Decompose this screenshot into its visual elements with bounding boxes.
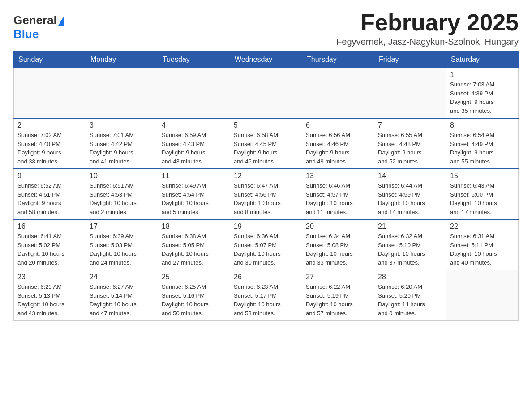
calendar-header-monday: Monday [86,52,158,68]
day-info: Sunrise: 6:43 AM Sunset: 5:00 PM Dayligh… [450,181,515,216]
day-number: 2 [17,121,82,129]
day-number: 22 [450,223,515,231]
calendar-header-friday: Friday [374,52,446,68]
calendar-header-tuesday: Tuesday [158,52,230,68]
day-number: 27 [306,273,370,281]
day-number: 17 [90,223,154,231]
day-cell: 6Sunrise: 6:56 AM Sunset: 4:46 PM Daylig… [302,118,374,169]
day-info: Sunrise: 6:38 AM Sunset: 5:05 PM Dayligh… [162,232,226,267]
day-cell: 18Sunrise: 6:38 AM Sunset: 5:05 PM Dayli… [158,219,230,270]
day-cell: 1Sunrise: 7:03 AM Sunset: 4:39 PM Daylig… [446,68,519,118]
week-row-4: 16Sunrise: 6:41 AM Sunset: 5:02 PM Dayli… [14,219,519,270]
day-info: Sunrise: 6:44 AM Sunset: 4:59 PM Dayligh… [378,181,442,216]
day-info: Sunrise: 6:22 AM Sunset: 5:19 PM Dayligh… [306,283,370,317]
day-cell: 3Sunrise: 7:01 AM Sunset: 4:42 PM Daylig… [86,118,158,169]
day-info: Sunrise: 6:41 AM Sunset: 5:02 PM Dayligh… [17,232,82,267]
week-row-2: 2Sunrise: 7:02 AM Sunset: 4:40 PM Daylig… [14,118,519,169]
day-cell: 24Sunrise: 6:27 AM Sunset: 5:14 PM Dayli… [86,270,158,321]
logo-blue-text: Blue [13,27,39,41]
day-cell [446,270,519,321]
day-info: Sunrise: 6:52 AM Sunset: 4:51 PM Dayligh… [17,181,82,216]
week-row-5: 23Sunrise: 6:29 AM Sunset: 5:13 PM Dayli… [14,270,519,321]
day-number: 15 [450,172,515,180]
logo-blue-label: Blue [13,27,39,41]
day-number: 1 [450,71,515,79]
day-cell: 27Sunrise: 6:22 AM Sunset: 5:19 PM Dayli… [302,270,374,321]
day-info: Sunrise: 6:25 AM Sunset: 5:16 PM Dayligh… [162,283,226,317]
day-number: 6 [306,121,370,129]
day-cell: 15Sunrise: 6:43 AM Sunset: 5:00 PM Dayli… [446,169,519,219]
day-number: 18 [162,223,226,231]
day-info: Sunrise: 6:23 AM Sunset: 5:17 PM Dayligh… [234,283,298,317]
day-number: 28 [378,273,442,281]
day-info: Sunrise: 6:47 AM Sunset: 4:56 PM Dayligh… [234,181,298,216]
day-cell: 19Sunrise: 6:36 AM Sunset: 5:07 PM Dayli… [230,219,302,270]
day-cell: 23Sunrise: 6:29 AM Sunset: 5:13 PM Dayli… [14,270,86,321]
day-info: Sunrise: 6:32 AM Sunset: 5:10 PM Dayligh… [378,232,442,267]
day-cell [302,68,374,118]
day-cell: 7Sunrise: 6:55 AM Sunset: 4:48 PM Daylig… [374,118,446,169]
day-number: 21 [378,223,442,231]
day-number: 12 [234,172,298,180]
day-cell: 4Sunrise: 6:59 AM Sunset: 4:43 PM Daylig… [158,118,230,169]
page-header: General Blue February 2025 Fegyvernek, J… [13,9,519,47]
day-cell [374,68,446,118]
day-cell: 2Sunrise: 7:02 AM Sunset: 4:40 PM Daylig… [14,118,86,169]
day-number: 9 [17,172,82,180]
day-cell [14,68,86,118]
logo-general-label: General [13,13,57,27]
day-number: 20 [306,223,370,231]
calendar-header-saturday: Saturday [446,52,519,68]
day-number: 4 [162,121,226,129]
day-cell: 28Sunrise: 6:20 AM Sunset: 5:20 PM Dayli… [374,270,446,321]
day-number: 10 [90,172,154,180]
calendar-header-row: SundayMondayTuesdayWednesdayThursdayFrid… [14,52,519,68]
day-number: 25 [162,273,226,281]
day-cell: 14Sunrise: 6:44 AM Sunset: 4:59 PM Dayli… [374,169,446,219]
day-cell: 16Sunrise: 6:41 AM Sunset: 5:02 PM Dayli… [14,219,86,270]
calendar-table: SundayMondayTuesdayWednesdayThursdayFrid… [13,51,519,321]
day-cell: 13Sunrise: 6:46 AM Sunset: 4:57 PM Dayli… [302,169,374,219]
day-cell: 17Sunrise: 6:39 AM Sunset: 5:03 PM Dayli… [86,219,158,270]
day-number: 16 [17,223,82,231]
calendar-subtitle: Fegyvernek, Jasz-Nagykun-Szolnok, Hungar… [336,37,519,47]
day-number: 3 [90,121,154,129]
day-info: Sunrise: 6:36 AM Sunset: 5:07 PM Dayligh… [234,232,298,267]
day-number: 7 [378,121,442,129]
day-cell: 10Sunrise: 6:51 AM Sunset: 4:53 PM Dayli… [86,169,158,219]
day-number: 19 [234,223,298,231]
day-number: 14 [378,172,442,180]
day-cell [230,68,302,118]
day-info: Sunrise: 7:03 AM Sunset: 4:39 PM Dayligh… [450,80,515,115]
calendar-header-sunday: Sunday [14,52,86,68]
week-row-1: 1Sunrise: 7:03 AM Sunset: 4:39 PM Daylig… [14,68,519,118]
day-info: Sunrise: 6:58 AM Sunset: 4:45 PM Dayligh… [234,131,298,166]
title-area: February 2025 Fegyvernek, Jasz-Nagykun-S… [336,9,519,47]
day-cell: 20Sunrise: 6:34 AM Sunset: 5:08 PM Dayli… [302,219,374,270]
logo-general-text: General [13,13,64,27]
day-cell: 8Sunrise: 6:54 AM Sunset: 4:49 PM Daylig… [446,118,519,169]
day-info: Sunrise: 6:39 AM Sunset: 5:03 PM Dayligh… [90,232,154,267]
day-info: Sunrise: 6:49 AM Sunset: 4:54 PM Dayligh… [162,181,226,216]
day-info: Sunrise: 6:20 AM Sunset: 5:20 PM Dayligh… [378,283,442,317]
day-number: 8 [450,121,515,129]
day-number: 24 [90,273,154,281]
day-cell: 21Sunrise: 6:32 AM Sunset: 5:10 PM Dayli… [374,219,446,270]
logo: General Blue [13,13,64,41]
day-info: Sunrise: 7:02 AM Sunset: 4:40 PM Dayligh… [17,131,82,166]
week-row-3: 9Sunrise: 6:52 AM Sunset: 4:51 PM Daylig… [14,169,519,219]
day-info: Sunrise: 6:34 AM Sunset: 5:08 PM Dayligh… [306,232,370,267]
day-number: 26 [234,273,298,281]
day-number: 13 [306,172,370,180]
day-info: Sunrise: 6:51 AM Sunset: 4:53 PM Dayligh… [90,181,154,216]
calendar-title: February 2025 [336,9,519,36]
day-info: Sunrise: 6:55 AM Sunset: 4:48 PM Dayligh… [378,131,442,166]
day-cell: 9Sunrise: 6:52 AM Sunset: 4:51 PM Daylig… [14,169,86,219]
calendar-header-wednesday: Wednesday [230,52,302,68]
day-cell: 5Sunrise: 6:58 AM Sunset: 4:45 PM Daylig… [230,118,302,169]
day-info: Sunrise: 6:54 AM Sunset: 4:49 PM Dayligh… [450,131,515,166]
day-info: Sunrise: 6:46 AM Sunset: 4:57 PM Dayligh… [306,181,370,216]
logo-triangle-icon [58,17,64,26]
day-info: Sunrise: 6:29 AM Sunset: 5:13 PM Dayligh… [17,283,82,317]
day-info: Sunrise: 6:31 AM Sunset: 5:11 PM Dayligh… [450,232,515,267]
